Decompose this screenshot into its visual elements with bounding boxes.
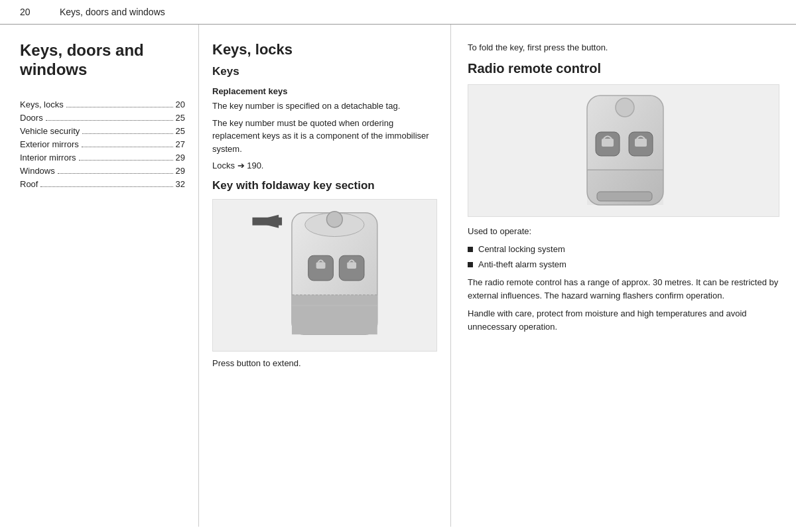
toc-label: Keys, locks [20,100,64,109]
col2-cross-ref: Locks ➔ 190. [212,159,437,172]
page-content: Keys, doors and windows Keys, locks 20 D… [0,25,796,527]
toc-list: Keys, locks 20 Doors 25 Vehicle security… [20,100,185,189]
bullet-text: Anti-theft alarm system [478,258,566,271]
svg-rect-6 [347,262,356,269]
toc-page: 29 [176,166,185,176]
toc-dots [82,133,172,134]
bullet-icon [468,262,473,267]
page-number: 20 [20,7,40,17]
list-item: Anti-theft alarm system [468,258,779,271]
press-button-label: Press button to extend. [212,357,437,370]
toc-dots [58,173,173,174]
col2-replacement-p1: The key number is specified on a detacha… [212,100,437,113]
toc-item: Vehicle security 25 [20,126,185,136]
toc-dots [46,120,173,121]
toc-item: Keys, locks 20 [20,100,185,109]
svg-rect-10 [292,295,377,334]
toc-label: Windows [20,166,55,176]
header-title: Keys, doors and windows [60,7,165,17]
toc-dots [40,186,172,187]
remote-key-svg [557,89,690,212]
svg-rect-19 [635,139,647,147]
toc-page: 20 [176,100,185,109]
col3-intro: To fold the key, first press the button. [468,41,779,54]
col3-para1: The radio remote control has a range of … [468,276,779,302]
col2-replacement-heading: Replacement keys [212,86,437,96]
svg-rect-22 [587,170,663,205]
toc-item: Exterior mirrors 27 [20,139,185,149]
toc-item: Roof 32 [20,179,185,189]
svg-rect-18 [602,139,614,147]
col3-para2: Handle with care, protect from moisture … [468,307,779,333]
toc-page: 29 [176,153,185,163]
key-foldaway-svg [213,202,436,348]
svg-point-15 [616,98,634,117]
main-column: Keys, locks Keys Replacement keys The ke… [199,25,451,527]
toc-page: 32 [176,179,185,189]
svg-point-2 [326,211,342,227]
key-foldaway-image [212,199,437,352]
page-header: 20 Keys, doors and windows [0,0,796,25]
col2-foldaway-heading: Key with foldaway key section [212,179,437,192]
toc-item: Doors 25 [20,113,185,123]
toc-label: Roof [20,179,38,189]
toc-label: Exterior mirrors [20,139,79,149]
col2-replacement-p2: The key number must be quoted when order… [212,117,437,156]
toc-label: Interior mirrors [20,153,76,163]
col3-used-to-operate: Used to operate: [468,225,779,238]
col3-bullet-list: Central locking system Anti-theft alarm … [468,243,779,271]
toc-item: Interior mirrors 29 [20,153,185,163]
toc-label: Doors [20,113,43,123]
remote-control-image [468,84,779,217]
svg-rect-5 [316,262,326,269]
toc-column: Keys, doors and windows Keys, locks 20 D… [0,25,199,527]
col1-section-title: Keys, doors and windows [20,41,185,80]
col2-keys-heading: Keys [212,65,437,78]
bullet-icon [468,247,473,252]
list-item: Central locking system [468,243,779,256]
toc-page: 25 [176,126,185,136]
toc-dots [79,160,173,161]
svg-rect-11 [292,304,377,306]
toc-item: Windows 29 [20,166,185,176]
toc-page: 27 [176,139,185,149]
toc-dots [66,107,173,107]
col2-section-title: Keys, locks [212,41,437,58]
svg-rect-13 [252,217,282,225]
toc-dots [82,147,173,147]
toc-label: Vehicle security [20,126,80,136]
col3-section-title: Radio remote control [468,61,779,76]
toc-page: 25 [176,113,185,123]
bullet-text: Central locking system [478,243,565,256]
right-column: To fold the key, first press the button.… [451,25,796,527]
